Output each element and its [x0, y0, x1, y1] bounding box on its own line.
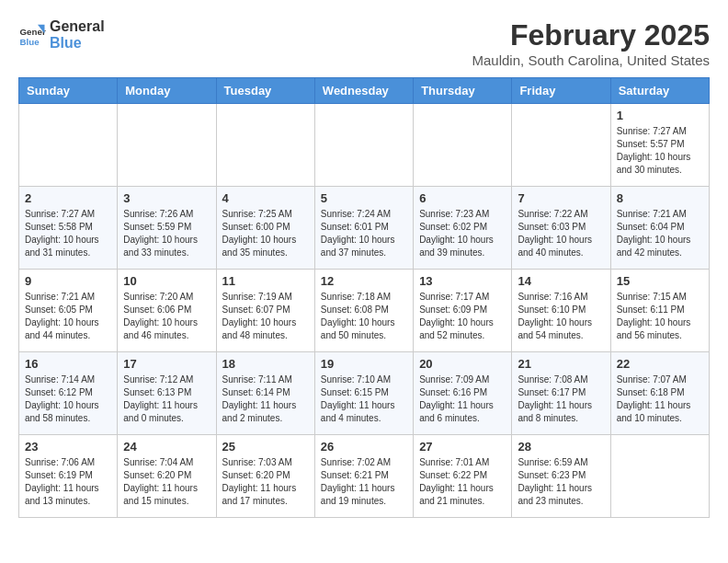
day-info: Sunrise: 7:01 AM Sunset: 6:22 PM Dayligh… — [419, 456, 506, 508]
calendar-week-5: 23Sunrise: 7:06 AM Sunset: 6:19 PM Dayli… — [19, 435, 710, 518]
day-info: Sunrise: 7:20 AM Sunset: 6:06 PM Dayligh… — [123, 291, 210, 342]
calendar-cell: 18Sunrise: 7:11 AM Sunset: 6:14 PM Dayli… — [216, 352, 314, 435]
day-number: 22 — [617, 357, 703, 371]
calendar-table: SundayMondayTuesdayWednesdayThursdayFrid… — [18, 77, 710, 518]
day-number: 5 — [321, 191, 407, 205]
weekday-header-wednesday: Wednesday — [314, 78, 413, 104]
calendar-cell: 13Sunrise: 7:17 AM Sunset: 6:09 PM Dayli… — [414, 270, 512, 352]
calendar-cell: 27Sunrise: 7:01 AM Sunset: 6:22 PM Dayli… — [414, 435, 512, 518]
day-number: 9 — [25, 274, 111, 288]
day-info: Sunrise: 7:21 AM Sunset: 6:05 PM Dayligh… — [25, 291, 111, 342]
calendar-week-2: 2Sunrise: 7:27 AM Sunset: 5:58 PM Daylig… — [19, 187, 710, 270]
calendar-cell — [610, 435, 709, 518]
calendar-cell: 1Sunrise: 7:27 AM Sunset: 5:57 PM Daylig… — [610, 104, 709, 187]
calendar-cell: 14Sunrise: 7:16 AM Sunset: 6:10 PM Dayli… — [512, 270, 610, 352]
svg-text:Blue: Blue — [20, 37, 40, 47]
day-number: 4 — [222, 191, 309, 205]
day-number: 26 — [321, 440, 407, 454]
day-number: 7 — [518, 191, 604, 205]
calendar-cell: 11Sunrise: 7:19 AM Sunset: 6:07 PM Dayli… — [216, 270, 314, 352]
day-info: Sunrise: 7:14 AM Sunset: 6:12 PM Dayligh… — [25, 373, 111, 425]
calendar-cell: 23Sunrise: 7:06 AM Sunset: 6:19 PM Dayli… — [19, 435, 118, 518]
month-title: February 2025 — [472, 18, 710, 52]
day-number: 23 — [25, 440, 111, 454]
calendar-cell — [19, 104, 118, 187]
calendar-cell: 7Sunrise: 7:22 AM Sunset: 6:03 PM Daylig… — [512, 187, 610, 270]
day-number: 11 — [222, 274, 309, 288]
weekday-header-tuesday: Tuesday — [216, 78, 314, 104]
logo-text-general: General — [50, 18, 105, 35]
day-number: 14 — [518, 274, 604, 288]
day-number: 10 — [123, 274, 210, 288]
day-info: Sunrise: 7:15 AM Sunset: 6:11 PM Dayligh… — [617, 291, 703, 342]
logo-text-blue: Blue — [50, 35, 105, 52]
calendar-cell: 21Sunrise: 7:08 AM Sunset: 6:17 PM Dayli… — [512, 352, 610, 435]
calendar-cell: 8Sunrise: 7:21 AM Sunset: 6:04 PM Daylig… — [610, 187, 709, 270]
calendar-cell: 25Sunrise: 7:03 AM Sunset: 6:20 PM Dayli… — [216, 435, 314, 518]
location-text: Mauldin, South Carolina, United States — [472, 52, 710, 68]
calendar-cell — [216, 104, 314, 187]
calendar-cell: 28Sunrise: 6:59 AM Sunset: 6:23 PM Dayli… — [512, 435, 610, 518]
calendar-cell: 12Sunrise: 7:18 AM Sunset: 6:08 PM Dayli… — [314, 270, 413, 352]
day-number: 19 — [321, 357, 407, 371]
day-info: Sunrise: 7:18 AM Sunset: 6:08 PM Dayligh… — [321, 291, 407, 342]
calendar-cell: 22Sunrise: 7:07 AM Sunset: 6:18 PM Dayli… — [610, 352, 709, 435]
weekday-header-sunday: Sunday — [19, 78, 118, 104]
weekday-header-monday: Monday — [118, 78, 216, 104]
day-number: 17 — [123, 357, 210, 371]
day-info: Sunrise: 7:27 AM Sunset: 5:57 PM Dayligh… — [617, 125, 703, 177]
logo: General Blue General Blue — [18, 18, 105, 52]
title-block: February 2025 Mauldin, South Carolina, U… — [472, 18, 710, 68]
day-info: Sunrise: 7:23 AM Sunset: 6:02 PM Dayligh… — [419, 208, 506, 259]
day-number: 16 — [25, 357, 111, 371]
calendar-cell: 26Sunrise: 7:02 AM Sunset: 6:21 PM Dayli… — [314, 435, 413, 518]
calendar-header-row: SundayMondayTuesdayWednesdayThursdayFrid… — [19, 78, 710, 104]
day-info: Sunrise: 6:59 AM Sunset: 6:23 PM Dayligh… — [518, 456, 604, 508]
calendar-cell: 2Sunrise: 7:27 AM Sunset: 5:58 PM Daylig… — [19, 187, 118, 270]
calendar-cell: 3Sunrise: 7:26 AM Sunset: 5:59 PM Daylig… — [118, 187, 216, 270]
calendar-cell — [314, 104, 413, 187]
calendar-week-4: 16Sunrise: 7:14 AM Sunset: 6:12 PM Dayli… — [19, 352, 710, 435]
calendar-cell: 4Sunrise: 7:25 AM Sunset: 6:00 PM Daylig… — [216, 187, 314, 270]
day-number: 21 — [518, 357, 604, 371]
day-info: Sunrise: 7:22 AM Sunset: 6:03 PM Dayligh… — [518, 208, 604, 259]
weekday-header-thursday: Thursday — [414, 78, 512, 104]
calendar-cell: 24Sunrise: 7:04 AM Sunset: 6:20 PM Dayli… — [118, 435, 216, 518]
calendar-cell: 20Sunrise: 7:09 AM Sunset: 6:16 PM Dayli… — [414, 352, 512, 435]
day-info: Sunrise: 7:27 AM Sunset: 5:58 PM Dayligh… — [25, 208, 111, 259]
day-number: 6 — [419, 191, 506, 205]
day-number: 1 — [617, 109, 703, 122]
calendar-cell: 6Sunrise: 7:23 AM Sunset: 6:02 PM Daylig… — [414, 187, 512, 270]
day-info: Sunrise: 7:04 AM Sunset: 6:20 PM Dayligh… — [123, 456, 210, 508]
calendar-cell — [118, 104, 216, 187]
weekday-header-friday: Friday — [512, 78, 610, 104]
calendar-cell: 16Sunrise: 7:14 AM Sunset: 6:12 PM Dayli… — [19, 352, 118, 435]
day-info: Sunrise: 7:03 AM Sunset: 6:20 PM Dayligh… — [222, 456, 309, 508]
weekday-header-saturday: Saturday — [610, 78, 709, 104]
day-info: Sunrise: 7:19 AM Sunset: 6:07 PM Dayligh… — [222, 291, 309, 342]
day-info: Sunrise: 7:02 AM Sunset: 6:21 PM Dayligh… — [321, 456, 407, 508]
day-number: 24 — [123, 440, 210, 454]
day-info: Sunrise: 7:24 AM Sunset: 6:01 PM Dayligh… — [321, 208, 407, 259]
day-info: Sunrise: 7:12 AM Sunset: 6:13 PM Dayligh… — [123, 373, 210, 425]
calendar-cell: 10Sunrise: 7:20 AM Sunset: 6:06 PM Dayli… — [118, 270, 216, 352]
day-info: Sunrise: 7:07 AM Sunset: 6:18 PM Dayligh… — [617, 373, 703, 425]
calendar-week-1: 1Sunrise: 7:27 AM Sunset: 5:57 PM Daylig… — [19, 104, 710, 187]
day-info: Sunrise: 7:17 AM Sunset: 6:09 PM Dayligh… — [419, 291, 506, 342]
day-number: 12 — [321, 274, 407, 288]
day-info: Sunrise: 7:21 AM Sunset: 6:04 PM Dayligh… — [617, 208, 703, 259]
day-info: Sunrise: 7:11 AM Sunset: 6:14 PM Dayligh… — [222, 373, 309, 425]
day-number: 8 — [617, 191, 703, 205]
day-number: 27 — [419, 440, 506, 454]
page-header: General Blue General Blue February 2025 … — [18, 18, 710, 68]
day-info: Sunrise: 7:25 AM Sunset: 6:00 PM Dayligh… — [222, 208, 309, 259]
day-number: 13 — [419, 274, 506, 288]
calendar-cell — [512, 104, 610, 187]
day-info: Sunrise: 7:08 AM Sunset: 6:17 PM Dayligh… — [518, 373, 604, 425]
calendar-week-3: 9Sunrise: 7:21 AM Sunset: 6:05 PM Daylig… — [19, 270, 710, 352]
day-info: Sunrise: 7:06 AM Sunset: 6:19 PM Dayligh… — [25, 456, 111, 508]
day-number: 3 — [123, 191, 210, 205]
day-number: 28 — [518, 440, 604, 454]
day-number: 18 — [222, 357, 309, 371]
logo-icon: General Blue — [18, 21, 46, 49]
